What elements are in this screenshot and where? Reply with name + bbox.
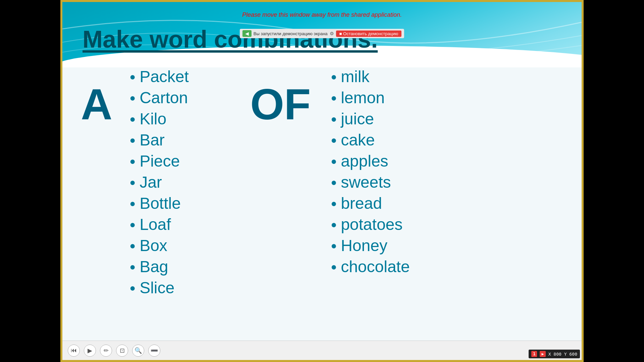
- list-item: Honey: [331, 236, 410, 255]
- stop-share-button[interactable]: ■ Остановить демонстрацию: [336, 31, 402, 37]
- coord-y: Y 600: [564, 352, 577, 357]
- list-item: lemon: [331, 88, 410, 107]
- list-item: Bag: [129, 257, 189, 276]
- list-item: Box: [129, 236, 189, 255]
- right-word-list: milk lemon juice cake apples sweets brea…: [331, 67, 410, 279]
- left-word-list: Packet Carton Kilo Bar Piece Jar Bottle …: [129, 67, 189, 300]
- coord-x: X 800: [548, 352, 561, 357]
- notification-bar: Please move this window away from the sh…: [242, 11, 402, 18]
- list-item: milk: [331, 67, 410, 86]
- coord-icon-2: ▶: [540, 351, 545, 357]
- toolbar-prev-button[interactable]: ⏮: [68, 345, 80, 357]
- list-item: Bar: [129, 131, 189, 149]
- letter-of: OF: [250, 79, 311, 129]
- list-item: potatoes: [331, 215, 410, 234]
- list-item: juice: [331, 110, 410, 128]
- outer-frame: Please move this window away from the sh…: [60, 0, 584, 362]
- list-item: Loaf: [129, 215, 189, 234]
- list-item: bread: [331, 194, 410, 213]
- letter-a: A: [81, 79, 112, 129]
- toolbar-zoom-button[interactable]: 🔍: [132, 345, 144, 357]
- list-item: cake: [331, 131, 410, 149]
- list-item: apples: [331, 152, 410, 170]
- toolbar-play-button[interactable]: ▶: [84, 345, 96, 357]
- screen-share-dot-icon: ⚙: [330, 31, 334, 36]
- list-item: Piece: [129, 152, 189, 170]
- list-item: Packet: [129, 67, 189, 86]
- list-item: Slice: [129, 279, 189, 297]
- coord-display: 1 ▶ X 800 Y 600: [529, 350, 580, 358]
- toolbar-grid-button[interactable]: ⊡: [116, 345, 128, 357]
- list-item: Bottle: [129, 194, 189, 213]
- bottom-toolbar: ⏮ ▶ ✏ ⊡ 🔍 ➖: [62, 341, 582, 360]
- screen-share-text: Вы запустили демонстрацию экрана: [254, 31, 328, 36]
- list-item: chocolate: [331, 257, 410, 276]
- list-item: Jar: [129, 173, 189, 191]
- toolbar-pen-button[interactable]: ✏: [100, 345, 112, 357]
- screen-share-arrow-button[interactable]: ◀: [243, 30, 252, 37]
- list-item: sweets: [331, 173, 410, 191]
- list-item: Kilo: [129, 110, 189, 128]
- list-item: Carton: [129, 88, 189, 107]
- notification-text: Please move this window away from the sh…: [242, 11, 402, 18]
- coord-icon-1: 1: [531, 351, 537, 357]
- screen-share-bar[interactable]: ◀ Вы запустили демонстрацию экрана ⚙ ■ О…: [240, 29, 404, 38]
- toolbar-minus-button[interactable]: ➖: [148, 345, 160, 357]
